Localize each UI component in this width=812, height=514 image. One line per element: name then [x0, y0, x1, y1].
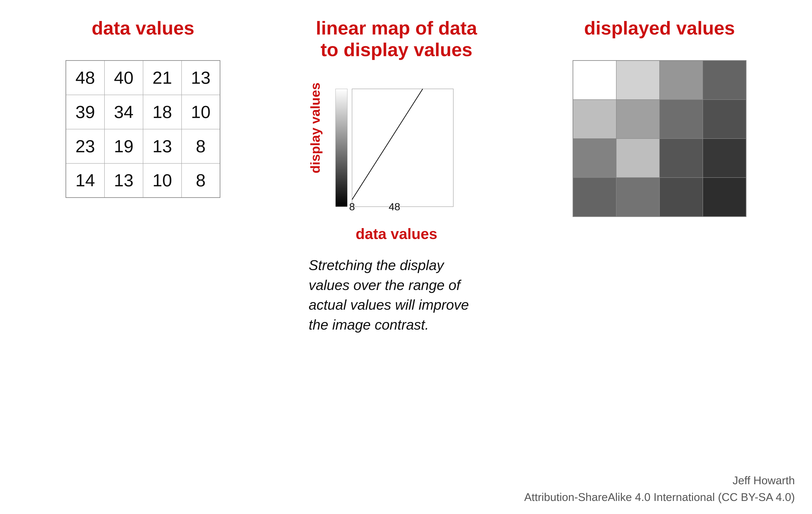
y-axis-label: display values	[308, 83, 322, 173]
table-cell: 13	[105, 164, 143, 198]
svg-rect-0	[336, 89, 347, 207]
table-cell: 10	[181, 95, 220, 129]
table-cell: 19	[105, 129, 143, 164]
display-cell	[616, 178, 659, 216]
table-cell: 14	[66, 164, 105, 198]
chart-svg: 8 48	[321, 82, 463, 223]
display-grid	[573, 60, 747, 217]
table-cell: 13	[143, 129, 181, 164]
table-cell: 10	[143, 164, 181, 198]
center-title: linear map of data to display values	[316, 17, 477, 60]
svg-text:8: 8	[349, 201, 355, 212]
table-cell: 40	[105, 61, 143, 95]
chart-container: display values 8	[321, 82, 471, 232]
left-section: data values 4840211339341810231913814131…	[65, 17, 220, 198]
footer-line2: Attribution-ShareAlike 4.0 International…	[0, 489, 795, 506]
svg-text:48: 48	[389, 201, 400, 212]
table-cell: 48	[66, 61, 105, 95]
display-cell	[703, 100, 746, 138]
display-cell	[573, 61, 616, 99]
data-table: 484021133934181023191381413108	[65, 60, 220, 198]
table-cell: 18	[143, 95, 181, 129]
display-cell	[616, 61, 659, 99]
display-cell	[660, 139, 703, 177]
main-content: data values 4840211339341810231913814131…	[0, 0, 812, 468]
right-title: displayed values	[584, 17, 735, 39]
display-cell	[660, 61, 703, 99]
display-cell	[573, 178, 616, 216]
table-cell: 8	[181, 129, 220, 164]
center-section: linear map of data to display values dis…	[300, 17, 493, 335]
table-cell: 13	[181, 61, 220, 95]
table-cell: 39	[66, 95, 105, 129]
left-title: data values	[92, 17, 194, 39]
description-text: Stretching the display values over the r…	[309, 255, 484, 335]
table-cell: 21	[143, 61, 181, 95]
svg-rect-1	[352, 89, 453, 207]
right-section: displayed values	[573, 17, 747, 217]
display-cell	[660, 178, 703, 216]
display-cell	[616, 100, 659, 138]
table-cell: 23	[66, 129, 105, 164]
display-cell	[573, 100, 616, 138]
table-cell: 8	[181, 164, 220, 198]
footer-line1: Jeff Howarth	[0, 472, 795, 489]
display-cell	[573, 139, 616, 177]
display-cell	[616, 139, 659, 177]
table-cell: 34	[105, 95, 143, 129]
display-cell	[703, 178, 746, 216]
display-cell	[703, 139, 746, 177]
svg-line-2	[352, 89, 423, 200]
display-cell	[660, 100, 703, 138]
footer: Jeff Howarth Attribution-ShareAlike 4.0 …	[0, 468, 812, 514]
display-cell	[703, 61, 746, 99]
